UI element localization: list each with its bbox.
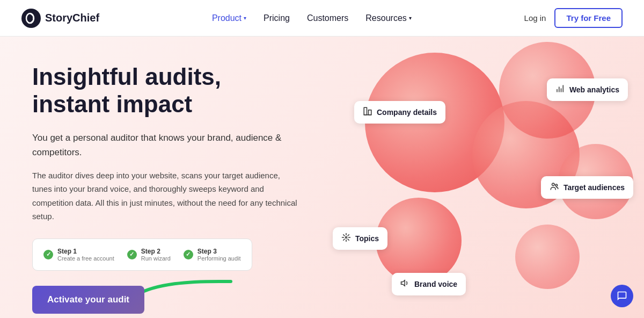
step-1: Step 1 Create a free account xyxy=(43,248,114,262)
topics-icon xyxy=(341,233,351,244)
svg-rect-4 xyxy=(369,110,371,115)
svg-line-20 xyxy=(348,235,349,236)
step-3: Step 3 Performing audit xyxy=(184,248,241,262)
hero-right: Company details Web analytics Target aud… xyxy=(322,37,644,318)
company-icon xyxy=(363,106,372,118)
web-analytics-label: Web analytics xyxy=(569,85,619,94)
svg-point-0 xyxy=(21,9,41,28)
logo[interactable]: StoryChief xyxy=(21,9,99,28)
logo-icon xyxy=(21,9,41,28)
step-1-label: Step 1 xyxy=(57,248,114,255)
target-audiences-label: Target audiences xyxy=(564,183,625,192)
nav-links: Product ▾ Pricing Customers Resources ▾ xyxy=(212,13,412,23)
svg-line-18 xyxy=(348,239,349,240)
float-label-web: Web analytics xyxy=(547,78,628,101)
float-label-brand: Brand voice xyxy=(392,273,466,295)
svg-point-12 xyxy=(346,237,347,238)
step-1-check xyxy=(43,250,53,259)
chat-icon xyxy=(617,291,627,301)
svg-line-17 xyxy=(343,235,345,236)
float-label-topics: Topics xyxy=(333,227,387,250)
brand-voice-icon xyxy=(400,278,410,290)
login-button[interactable]: Log in xyxy=(524,13,546,23)
bubble-5 xyxy=(376,198,462,284)
svg-point-11 xyxy=(555,184,558,186)
chevron-down-icon-2: ▾ xyxy=(409,15,412,21)
nav-right: Log in Try for Free xyxy=(524,8,623,28)
step-3-sublabel: Performing audit xyxy=(197,255,241,262)
web-analytics-icon xyxy=(555,84,565,96)
company-label: Company details xyxy=(377,108,437,117)
hero-left: Insightful audits, instant impact You ge… xyxy=(0,37,322,318)
logo-text: StoryChief xyxy=(45,12,99,24)
hero-subtitle: You get a personal auditor that knows yo… xyxy=(32,131,301,160)
hero-section: Insightful audits, instant impact You ge… xyxy=(0,37,644,318)
steps-box: Step 1 Create a free account Step 2 Run … xyxy=(32,238,252,271)
step-2-sublabel: Run wizard xyxy=(141,255,171,262)
step-2-check xyxy=(127,250,137,259)
hero-desc: The auditor dives deep into your website… xyxy=(32,169,301,223)
step-3-label: Step 3 xyxy=(197,248,241,255)
activate-audit-button[interactable]: Activate your audit xyxy=(32,286,144,314)
float-label-company: Company details xyxy=(354,101,445,124)
step-1-sublabel: Create a free account xyxy=(57,255,114,262)
svg-point-10 xyxy=(552,183,554,186)
step-2: Step 2 Run wizard xyxy=(127,248,171,262)
nav-resources[interactable]: Resources ▾ xyxy=(365,13,411,23)
nav-product[interactable]: Product ▾ xyxy=(212,13,246,23)
svg-marker-21 xyxy=(401,280,405,286)
try-for-free-button[interactable]: Try for Free xyxy=(554,8,623,28)
topics-label: Topics xyxy=(355,234,379,243)
float-label-target: Target audiences xyxy=(541,176,633,199)
chevron-down-icon: ▾ xyxy=(244,15,246,21)
chat-button[interactable] xyxy=(611,285,633,307)
step-3-check xyxy=(184,250,193,259)
brand-voice-label: Brand voice xyxy=(414,280,457,288)
nav-pricing[interactable]: Pricing xyxy=(264,13,290,23)
navbar: StoryChief Product ▾ Pricing Customers R… xyxy=(0,0,644,37)
cta-area: Activate your audit xyxy=(32,286,301,314)
nav-customers[interactable]: Customers xyxy=(307,13,348,23)
svg-rect-3 xyxy=(364,107,367,115)
hero-title: Insightful audits, instant impact xyxy=(32,63,301,118)
svg-line-19 xyxy=(343,239,345,240)
target-audiences-icon xyxy=(550,182,559,193)
bubble-6 xyxy=(515,225,580,289)
step-2-label: Step 2 xyxy=(141,248,171,255)
